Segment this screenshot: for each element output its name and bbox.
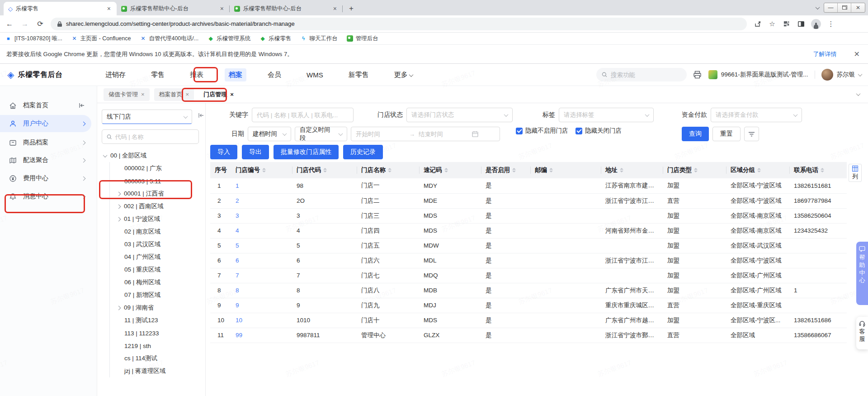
hide-disabled-checkbox[interactable]: 隐藏不启用门店	[516, 127, 568, 135]
nav-item-档案[interactable]: 档案	[225, 68, 246, 81]
tree-node[interactable]: 1219 | sth	[110, 339, 206, 352]
tree-node[interactable]: 000002 | 广东	[110, 162, 206, 175]
function-search[interactable]	[596, 68, 687, 81]
tab-close-icon[interactable]: ×	[219, 5, 225, 12]
sidebar-item-费用中心[interactable]: 费用中心	[0, 170, 91, 187]
column-settings-button[interactable]: 列	[849, 164, 862, 182]
status-select[interactable]: 请选择门店状态	[406, 108, 513, 122]
store-number-link[interactable]: 8	[236, 287, 239, 294]
store-number-link[interactable]: 3	[236, 212, 239, 219]
kebab-menu-icon[interactable]: ⋮	[826, 19, 835, 29]
tree-expand-icon[interactable]	[117, 217, 121, 221]
tabs-chevron-icon[interactable]	[856, 91, 861, 96]
forward-icon[interactable]: →	[19, 18, 31, 30]
bookmark-item[interactable]: ✕主页面 - Confluence	[71, 35, 131, 43]
nav-item-进销存[interactable]: 进销存	[101, 68, 130, 81]
tree-node[interactable]: 05 | 重庆区域	[110, 263, 206, 276]
tree-node[interactable]: 04 | 广州区域	[110, 251, 206, 263]
store-number-link[interactable]: 2	[236, 197, 239, 204]
tree-node[interactable]: 01 | 宁波区域	[110, 213, 206, 225]
nav-item-新零售[interactable]: 新零售	[344, 68, 373, 81]
store-number-link[interactable]: 1	[236, 182, 239, 189]
omnibox[interactable]	[51, 18, 747, 30]
nav-item-零售[interactable]: 零售	[147, 68, 169, 81]
action-button-导入[interactable]: 导入	[210, 145, 237, 159]
tree-node[interactable]: 002 | 西南区域	[110, 200, 206, 213]
bookmark-star-icon[interactable]: ☆	[768, 19, 777, 29]
bookmark-item[interactable]: ◆[ITS-1087820] 唯...	[5, 35, 62, 43]
browser-tab[interactable]: 乐檬零售帮助中心-后台×	[117, 2, 230, 15]
tree-node[interactable]: 000003 | 5.11	[110, 175, 206, 187]
table-header-门店编号[interactable]: 门店编号	[231, 162, 292, 178]
date-type-select[interactable]: 建档时间	[248, 127, 291, 141]
sidebar-item-档案首页[interactable]: 档案首页	[0, 97, 91, 114]
help-center-fab[interactable]: 帮助中心	[856, 242, 868, 305]
printer-icon[interactable]	[693, 70, 702, 79]
tree-expand-icon[interactable]	[117, 305, 121, 310]
page-tab-档案首页[interactable]: 档案首页×	[154, 88, 194, 101]
table-header-门店代码[interactable]: 门店代码	[292, 162, 357, 178]
user-menu[interactable]: 苏尔银	[821, 69, 862, 81]
back-icon[interactable]: ←	[4, 18, 15, 30]
tree-node[interactable]: jzj | 蒋道理区域	[110, 365, 206, 377]
tree-node[interactable]: 11 | 测试123	[110, 314, 206, 327]
store-type-select[interactable]: 线下门店	[102, 110, 192, 124]
sidebar-collapse-icon[interactable]	[78, 102, 85, 109]
tab-search-chevron-icon[interactable]	[816, 5, 820, 10]
tree-node[interactable]: 09 | 湖南省	[110, 301, 206, 314]
nav-item-会员[interactable]: 会员	[264, 68, 285, 81]
store-number-link[interactable]: 4	[236, 227, 239, 234]
tenant-switcher[interactable]: 99661-新界面果蔬版测试-管理...	[708, 70, 808, 79]
store-number-link[interactable]: 7	[236, 272, 239, 279]
tag-select[interactable]: 请选择标签	[559, 108, 654, 122]
table-header-门店名称[interactable]: 门店名称	[357, 162, 419, 178]
fund-select[interactable]: 请选择资金付款	[711, 108, 802, 122]
tree-node[interactable]: cs | 114测试	[110, 352, 206, 365]
reload-icon[interactable]: ⟳	[34, 18, 46, 30]
table-header-序号[interactable]: 序号	[210, 162, 231, 178]
tree-node[interactable]: 03 | 武汉区域	[110, 238, 206, 251]
table-header-速记码[interactable]: 速记码	[419, 162, 481, 178]
date-end-input[interactable]	[419, 131, 468, 138]
filter-settings-button[interactable]	[744, 127, 759, 141]
tree-expand-icon[interactable]	[117, 204, 121, 209]
sidebar-item-商品档案[interactable]: 商品档案	[0, 134, 91, 151]
sidebar-item-消息中心[interactable]: 消息中心	[0, 188, 91, 205]
browser-tab[interactable]: 乐檬零售帮助中心-后台×	[230, 2, 343, 15]
table-header-邮编[interactable]: 邮编	[530, 162, 601, 178]
tab-close-icon[interactable]: ×	[332, 5, 338, 12]
store-number-link[interactable]: 6	[236, 257, 239, 264]
share-icon[interactable]	[753, 19, 762, 29]
function-search-input[interactable]	[611, 72, 681, 78]
tree-search[interactable]	[102, 129, 199, 144]
action-button-批量修改门店属性[interactable]: 批量修改门店属性	[274, 145, 339, 159]
panel-collapse-icon[interactable]	[198, 112, 204, 119]
keyword-input-box[interactable]	[252, 108, 354, 122]
tab-close-icon[interactable]: ×	[141, 91, 145, 98]
table-header-地址[interactable]: 地址	[601, 162, 663, 178]
hide-closed-checkbox[interactable]: 隐藏关闭门店	[576, 127, 622, 135]
new-tab-button[interactable]: +	[345, 3, 357, 14]
nav-item-WMS[interactable]: WMS	[302, 69, 327, 81]
tree-search-input[interactable]	[115, 134, 194, 140]
bookmark-item[interactable]: 管理后台	[347, 35, 378, 43]
sidebar-item-用户中心[interactable]: 用户中心	[0, 115, 91, 132]
sidebar-item-配送聚合[interactable]: 配送聚合	[0, 152, 91, 169]
date-range-type-select[interactable]: 自定义时间段	[295, 127, 347, 141]
date-start-input[interactable]	[356, 131, 406, 138]
bookmark-item[interactable]: ◆乐檬管理系统	[208, 35, 250, 43]
store-number-link[interactable]: 9	[236, 302, 239, 309]
close-button[interactable]: ✕	[851, 3, 865, 12]
side-panel-icon[interactable]	[797, 19, 806, 29]
tree-node[interactable]: 07 | 新增区域	[110, 289, 206, 301]
notification-close-icon[interactable]: ✕	[854, 50, 860, 58]
date-range-input[interactable]: →	[351, 127, 500, 141]
tree-node[interactable]: 02 | 南京区域	[110, 225, 206, 238]
profile-avatar[interactable]	[811, 19, 821, 29]
nav-item-报表[interactable]: 报表	[186, 68, 208, 81]
page-tab-门店管理[interactable]: 门店管理×	[198, 88, 239, 101]
table-header-联系电话[interactable]: 联系电话	[789, 162, 847, 178]
tree-node[interactable]: 06 | 梅州区域	[110, 276, 206, 289]
browser-tab[interactable]: ◇乐檬零售×	[4, 2, 117, 15]
bookmark-item[interactable]: ◆乐檬零售	[259, 35, 291, 43]
